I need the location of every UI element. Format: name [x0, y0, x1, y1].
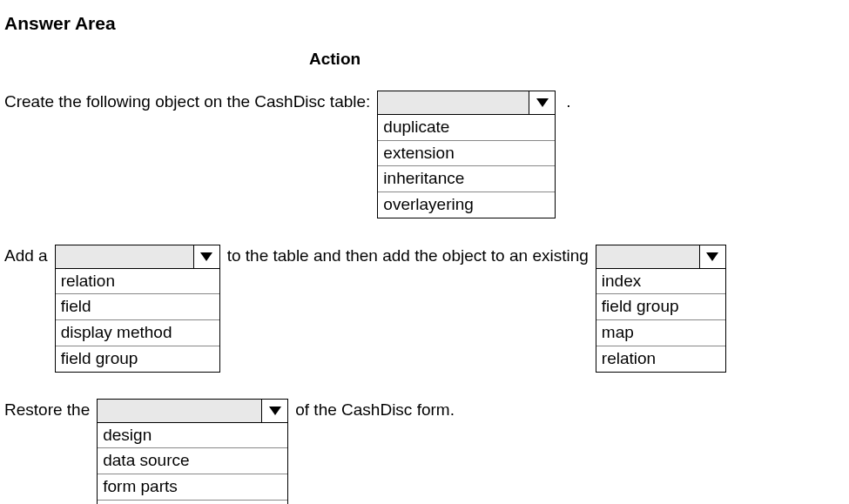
row2-option-b[interactable]: relation — [596, 346, 725, 372]
row2-dropdown-a-value — [56, 245, 193, 268]
row1-dropdown-value — [378, 91, 529, 114]
chevron-down-icon — [261, 400, 287, 422]
row1-dropdown[interactable] — [377, 91, 556, 115]
action-heading: Action — [309, 50, 360, 69]
chevron-down-icon — [193, 245, 219, 268]
question-row-2: Add a relation field display method fiel… — [4, 245, 840, 373]
row2-text-a: Add a — [4, 245, 48, 265]
row2-text-b: to the table and then add the object to … — [227, 245, 589, 265]
row2-option-a[interactable]: display method — [56, 320, 219, 346]
row2-dropdown-a[interactable] — [55, 245, 220, 269]
svg-marker-3 — [269, 407, 281, 415]
row3-options-list: design data source form parts form metho… — [97, 423, 288, 505]
row2-option-b[interactable]: field group — [596, 294, 725, 320]
row1-option[interactable]: inheritance — [378, 166, 555, 192]
row3-option[interactable]: form parts — [98, 474, 287, 501]
row2-options-a-list: relation field display method field grou… — [55, 269, 220, 373]
answer-area-title: Answer Area — [4, 13, 840, 34]
svg-marker-0 — [536, 98, 549, 107]
row3-text-after: of the CashDisc form. — [295, 399, 455, 420]
question-row-1: Create the following object on the CashD… — [4, 91, 840, 218]
row2-option-b[interactable]: index — [596, 269, 725, 295]
row3-text-before: Restore the — [4, 399, 90, 420]
question-row-3: Restore the design data source form part… — [4, 399, 840, 505]
row1-period: . — [566, 91, 570, 111]
svg-marker-2 — [706, 252, 718, 261]
row3-dropdown-value — [98, 400, 261, 422]
row2-option-a[interactable]: field group — [56, 346, 219, 372]
row3-option[interactable]: design — [98, 423, 287, 449]
row2-option-b[interactable]: map — [596, 320, 725, 346]
row1-text-before: Create the following object on the CashD… — [4, 91, 370, 111]
row3-dropdown[interactable] — [97, 399, 288, 423]
row2-dropdown-a-group: relation field display method field grou… — [55, 245, 220, 373]
row1-option[interactable]: extension — [378, 141, 555, 167]
row1-options-list: duplicate extension inheritance overlaye… — [377, 115, 556, 218]
row2-options-b-list: index field group map relation — [596, 269, 726, 373]
row2-dropdown-b-group: index field group map relation — [596, 245, 726, 373]
row2-dropdown-b[interactable] — [596, 245, 726, 269]
row1-option[interactable]: overlayering — [378, 192, 555, 218]
row1-option[interactable]: duplicate — [378, 115, 555, 141]
chevron-down-icon — [529, 91, 555, 114]
row3-option[interactable]: form methods — [98, 501, 287, 504]
row3-dropdown-group: design data source form parts form metho… — [97, 399, 288, 505]
svg-marker-1 — [200, 252, 212, 261]
row2-dropdown-b-value — [596, 245, 699, 268]
row1-dropdown-group: duplicate extension inheritance overlaye… — [377, 91, 556, 218]
chevron-down-icon — [699, 245, 725, 268]
row2-option-a[interactable]: field — [56, 294, 219, 320]
row3-option[interactable]: data source — [98, 448, 287, 474]
row2-option-a[interactable]: relation — [56, 269, 219, 295]
